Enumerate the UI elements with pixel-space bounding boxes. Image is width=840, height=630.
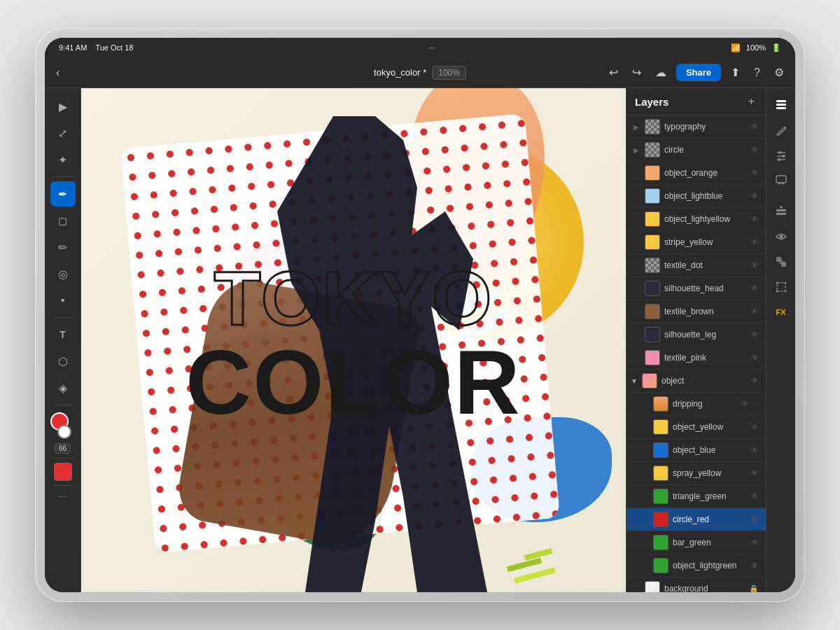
layer-expand-icon: ▼	[631, 377, 638, 385]
canvas-area[interactable]: TOKYO COLOR	[81, 88, 626, 592]
eraser-tool[interactable]: ◻	[50, 208, 76, 233]
layer-textile-pink[interactable]: textile_pink 👁	[626, 346, 766, 370]
zoom-level[interactable]: 100%	[432, 66, 466, 80]
color-adjust-tool[interactable]: ◈	[50, 375, 76, 400]
eye-icon-object[interactable]: 👁	[750, 376, 759, 386]
layers-icon-btn[interactable]	[770, 94, 792, 116]
pen-tool[interactable]: ✒	[50, 181, 76, 206]
adjustments-icon-btn[interactable]	[770, 144, 792, 167]
eye-icon-object-blue[interactable]: 👁	[750, 445, 759, 455]
tool-separator-4	[52, 458, 74, 458]
eyedropper-tool[interactable]: ◎	[50, 261, 76, 286]
share-button[interactable]: Share	[676, 64, 721, 81]
layer-name-object-blue: object_blue	[673, 445, 746, 455]
layer-typography[interactable]: ▶ typography 👁	[626, 115, 766, 139]
layer-bar-green[interactable]: bar_green 👁	[626, 531, 766, 554]
redo-button[interactable]: ↪	[628, 63, 645, 82]
layer-dripping[interactable]: dripping 👁 ···	[626, 393, 766, 416]
settings-button[interactable]: ⚙	[770, 63, 788, 82]
undo-button[interactable]: ↩	[605, 63, 622, 82]
eye-icon-object-orange[interactable]: 👁	[750, 168, 759, 178]
eye-icon-bar-green[interactable]: 👁	[750, 538, 759, 547]
layer-stripe-yellow[interactable]: stripe_yellow 👁	[626, 231, 766, 254]
lasso-tool[interactable]: ✦	[50, 147, 76, 172]
svg-point-5	[778, 151, 781, 154]
layer-object-lightyellow[interactable]: object_lightyellow 👁	[626, 208, 766, 231]
shape-tool[interactable]: ⬡	[50, 349, 76, 374]
fill-tool[interactable]: ▪	[50, 288, 76, 313]
more-tools[interactable]: ···	[59, 490, 67, 501]
brush-icon-btn[interactable]	[770, 119, 792, 141]
layer-object-blue[interactable]: object_blue 👁	[626, 439, 766, 462]
select-tool[interactable]: ▶	[50, 94, 76, 119]
add-layer-icon-btn[interactable]	[770, 200, 792, 223]
eye-icon-spray-yellow[interactable]: 👁	[750, 468, 759, 478]
layer-circle-red[interactable]: circle_red 👁	[626, 508, 766, 531]
eye-icon-textile-pink[interactable]: 👁	[750, 353, 759, 363]
eye-icon-object-lightblue[interactable]: 👁	[750, 191, 759, 201]
layer-silhouette-leg[interactable]: silhouette_leg 👁	[626, 323, 766, 346]
layer-name-dripping: dripping	[673, 399, 736, 409]
eye-icon-triangle-green[interactable]: 👁	[750, 491, 759, 501]
eye-icon-silhouette-leg[interactable]: 👁	[750, 330, 759, 340]
layer-name-triangle-green: triangle_green	[673, 491, 746, 501]
secondary-color[interactable]	[57, 425, 71, 439]
status-date: Tue Oct 18	[95, 43, 133, 52]
color-swatch[interactable]	[54, 463, 72, 481]
comments-icon-btn[interactable]	[770, 169, 792, 192]
export-button[interactable]: ⬆	[727, 63, 744, 82]
layer-group-object[interactable]: ▼ object 👁	[626, 370, 766, 393]
eye-icon-circle[interactable]: 👁	[750, 145, 759, 155]
visibility-icon-btn[interactable]	[770, 225, 792, 248]
eye-icon-typography[interactable]: 👁	[750, 122, 759, 132]
eye-icon-circle-red[interactable]: 👁	[750, 514, 759, 524]
layer-triangle-green[interactable]: triangle_green 👁	[626, 485, 766, 508]
layer-circle[interactable]: ▶ circle 👁	[626, 139, 766, 162]
svg-point-22	[776, 290, 778, 293]
layer-name-spray-yellow: spray_yellow	[673, 468, 746, 478]
layer-object-yellow[interactable]: object_yellow 👁	[626, 416, 766, 439]
layer-textile-dot[interactable]: textile_dot 👁	[626, 254, 766, 277]
eye-icon-object-lightgreen[interactable]: 👁	[750, 561, 759, 570]
layer-background[interactable]: background 🔒	[626, 578, 766, 592]
cloud-button[interactable]: ☁	[651, 63, 671, 82]
status-bar: 9:41 AM Tue Oct 18 ··· 📶 100% 🔋	[45, 38, 795, 57]
svg-rect-11	[776, 209, 786, 211]
eye-icon-textile-brown[interactable]: 👁	[750, 307, 759, 316]
eye-icon-object-yellow[interactable]: 👁	[750, 422, 759, 432]
layer-thumb-spray-yellow	[653, 465, 668, 481]
add-layer-button[interactable]: +	[746, 94, 757, 109]
eye-icon-textile-dot[interactable]: 👁	[750, 260, 759, 270]
more-icon-dripping[interactable]: ···	[753, 400, 759, 408]
layer-object-orange[interactable]: object_orange 👁	[626, 162, 766, 185]
layer-thumb-silhouette-head	[645, 281, 660, 296]
lock-icon-background: 🔒	[749, 584, 759, 593]
eye-icon-dripping[interactable]: 👁	[741, 399, 749, 409]
eye-icon-silhouette-head[interactable]: 👁	[750, 284, 759, 293]
type-tool[interactable]: T	[50, 322, 76, 347]
pencil-tool[interactable]: ✏	[50, 234, 76, 260]
help-button[interactable]: ?	[750, 64, 764, 82]
layer-expand-icon: ▶	[634, 123, 640, 131]
back-button[interactable]: ‹	[52, 64, 64, 82]
layers-list[interactable]: ▶ typography 👁 ▶ circle 👁 o	[626, 115, 766, 592]
layer-object-lightgreen[interactable]: object_lightgreen 👁	[626, 554, 766, 578]
transform-icon-btn[interactable]	[770, 276, 792, 298]
eye-icon-object-lightyellow[interactable]: 👁	[750, 214, 759, 224]
status-time: 9:41 AM	[59, 43, 87, 52]
layer-name-silhouette-leg: silhouette_leg	[664, 330, 746, 340]
layer-name-background: background	[664, 584, 745, 592]
fx-icon-btn[interactable]: FX	[770, 301, 792, 323]
blend-icon-btn[interactable]	[770, 251, 792, 273]
layer-spray-yellow[interactable]: spray_yellow 👁	[626, 462, 766, 485]
svg-point-3	[784, 127, 786, 129]
layer-thumb-object	[642, 373, 657, 388]
layer-thumb-typography	[645, 119, 660, 134]
brush-size[interactable]: 66	[55, 443, 71, 454]
layer-textile-brown[interactable]: textile_brown 👁	[626, 300, 766, 323]
transform-tool[interactable]: ⤢	[50, 120, 76, 146]
eye-icon-stripe-yellow[interactable]: 👁	[750, 237, 759, 247]
layer-object-lightblue[interactable]: object_lightblue 👁	[626, 185, 766, 208]
layer-name-object-lightgreen: object_lightgreen	[673, 561, 746, 570]
layer-silhouette-head[interactable]: silhouette_head 👁	[626, 277, 766, 300]
